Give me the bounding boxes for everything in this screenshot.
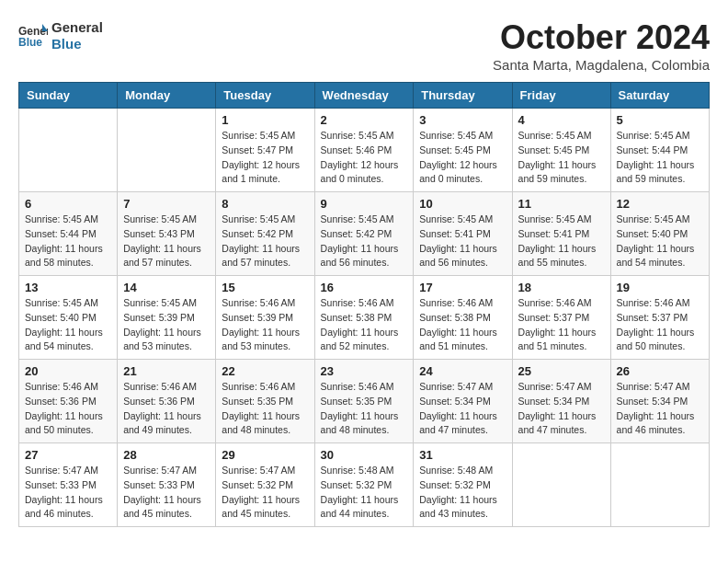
calendar-cell: 28Sunrise: 5:47 AMSunset: 5:33 PMDayligh… [118, 443, 216, 527]
day-info: Sunrise: 5:48 AMSunset: 5:32 PMDaylight:… [419, 464, 506, 522]
day-number: 28 [123, 448, 210, 462]
day-number: 13 [25, 281, 111, 294]
day-info: Sunrise: 5:46 AMSunset: 5:36 PMDaylight:… [123, 380, 210, 438]
calendar-cell: 26Sunrise: 5:47 AMSunset: 5:34 PMDayligh… [610, 360, 709, 443]
calendar-cell: 6Sunrise: 5:45 AMSunset: 5:44 PMDaylight… [19, 192, 118, 276]
day-number: 11 [518, 197, 605, 211]
location-title: Santa Marta, Magdalena, Colombia [493, 57, 710, 73]
calendar-cell: 24Sunrise: 5:47 AMSunset: 5:34 PMDayligh… [414, 360, 512, 443]
week-row-2: 6Sunrise: 5:45 AMSunset: 5:44 PMDaylight… [19, 192, 710, 276]
day-number: 26 [617, 364, 703, 378]
day-info: Sunrise: 5:46 AMSunset: 5:36 PMDaylight:… [25, 380, 111, 438]
day-info: Sunrise: 5:46 AMSunset: 5:37 PMDaylight:… [518, 296, 605, 354]
day-number: 24 [419, 364, 506, 378]
week-row-1: 1Sunrise: 5:45 AMSunset: 5:47 PMDaylight… [19, 109, 710, 192]
logo-icon: General Blue [18, 22, 48, 48]
day-info: Sunrise: 5:47 AMSunset: 5:34 PMDaylight:… [617, 380, 703, 438]
day-number: 25 [518, 364, 605, 378]
day-number: 15 [222, 281, 308, 294]
day-info: Sunrise: 5:45 AMSunset: 5:46 PMDaylight:… [321, 129, 408, 187]
day-number: 14 [123, 281, 210, 294]
day-info: Sunrise: 5:47 AMSunset: 5:33 PMDaylight:… [123, 464, 210, 522]
day-info: Sunrise: 5:45 AMSunset: 5:40 PMDaylight:… [25, 296, 111, 354]
calendar-cell [118, 109, 216, 192]
day-number: 7 [123, 197, 210, 211]
calendar-cell: 8Sunrise: 5:45 AMSunset: 5:42 PMDaylight… [216, 192, 314, 276]
day-header-tuesday: Tuesday [216, 83, 314, 109]
day-info: Sunrise: 5:45 AMSunset: 5:44 PMDaylight:… [25, 213, 111, 270]
day-number: 8 [222, 197, 308, 211]
calendar-cell: 23Sunrise: 5:46 AMSunset: 5:35 PMDayligh… [314, 360, 414, 443]
day-number: 16 [321, 281, 408, 294]
day-number: 29 [222, 448, 308, 462]
calendar-cell: 27Sunrise: 5:47 AMSunset: 5:33 PMDayligh… [19, 443, 118, 527]
day-header-monday: Monday [118, 83, 216, 109]
day-header-friday: Friday [512, 83, 610, 109]
day-info: Sunrise: 5:45 AMSunset: 5:43 PMDaylight:… [123, 213, 210, 270]
day-number: 17 [419, 281, 506, 294]
calendar-cell: 3Sunrise: 5:45 AMSunset: 5:45 PMDaylight… [414, 109, 512, 192]
calendar-cell: 30Sunrise: 5:48 AMSunset: 5:32 PMDayligh… [314, 443, 414, 527]
day-info: Sunrise: 5:47 AMSunset: 5:34 PMDaylight:… [419, 380, 506, 438]
day-info: Sunrise: 5:46 AMSunset: 5:35 PMDaylight:… [321, 380, 408, 438]
logo-general: General [51, 18, 103, 35]
day-info: Sunrise: 5:47 AMSunset: 5:32 PMDaylight:… [222, 464, 308, 522]
calendar-cell: 5Sunrise: 5:45 AMSunset: 5:44 PMDaylight… [610, 109, 709, 192]
week-row-4: 20Sunrise: 5:46 AMSunset: 5:36 PMDayligh… [19, 360, 710, 443]
day-number: 27 [25, 448, 111, 462]
calendar-cell: 16Sunrise: 5:46 AMSunset: 5:38 PMDayligh… [314, 276, 414, 360]
day-number: 21 [123, 364, 210, 378]
calendar-cell: 20Sunrise: 5:46 AMSunset: 5:36 PMDayligh… [19, 360, 118, 443]
day-info: Sunrise: 5:45 AMSunset: 5:44 PMDaylight:… [617, 129, 703, 187]
day-info: Sunrise: 5:45 AMSunset: 5:42 PMDaylight:… [222, 213, 308, 270]
day-info: Sunrise: 5:46 AMSunset: 5:38 PMDaylight:… [419, 296, 506, 354]
title-section: October 2024 Santa Marta, Magdalena, Col… [493, 18, 710, 73]
calendar-cell: 10Sunrise: 5:45 AMSunset: 5:41 PMDayligh… [414, 192, 512, 276]
calendar-cell: 29Sunrise: 5:47 AMSunset: 5:32 PMDayligh… [216, 443, 314, 527]
day-info: Sunrise: 5:45 AMSunset: 5:45 PMDaylight:… [518, 129, 605, 187]
calendar-cell: 14Sunrise: 5:45 AMSunset: 5:39 PMDayligh… [118, 276, 216, 360]
calendar-cell: 4Sunrise: 5:45 AMSunset: 5:45 PMDaylight… [512, 109, 610, 192]
day-number: 20 [25, 364, 111, 378]
day-info: Sunrise: 5:47 AMSunset: 5:33 PMDaylight:… [25, 464, 111, 522]
day-number: 3 [419, 113, 506, 127]
day-number: 4 [518, 113, 605, 127]
day-number: 12 [617, 197, 703, 211]
calendar-cell: 15Sunrise: 5:46 AMSunset: 5:39 PMDayligh… [216, 276, 314, 360]
calendar-cell: 9Sunrise: 5:45 AMSunset: 5:42 PMDaylight… [314, 192, 414, 276]
calendar-cell: 1Sunrise: 5:45 AMSunset: 5:47 PMDaylight… [216, 109, 314, 192]
calendar-cell [610, 443, 709, 527]
day-number: 23 [321, 364, 408, 378]
calendar-cell: 2Sunrise: 5:45 AMSunset: 5:46 PMDaylight… [314, 109, 414, 192]
calendar-cell [19, 109, 118, 192]
day-info: Sunrise: 5:46 AMSunset: 5:39 PMDaylight:… [222, 296, 308, 354]
day-info: Sunrise: 5:48 AMSunset: 5:32 PMDaylight:… [321, 464, 408, 522]
day-number: 9 [321, 197, 408, 211]
day-info: Sunrise: 5:46 AMSunset: 5:37 PMDaylight:… [617, 296, 703, 354]
day-number: 6 [25, 197, 111, 211]
day-number: 31 [419, 448, 506, 462]
calendar-cell: 21Sunrise: 5:46 AMSunset: 5:36 PMDayligh… [118, 360, 216, 443]
calendar-cell [512, 443, 610, 527]
day-number: 30 [321, 448, 408, 462]
day-info: Sunrise: 5:45 AMSunset: 5:42 PMDaylight:… [321, 213, 408, 270]
day-header-wednesday: Wednesday [314, 83, 414, 109]
day-header-saturday: Saturday [610, 83, 709, 109]
day-number: 19 [617, 281, 703, 294]
calendar-cell: 17Sunrise: 5:46 AMSunset: 5:38 PMDayligh… [414, 276, 512, 360]
day-info: Sunrise: 5:45 AMSunset: 5:47 PMDaylight:… [222, 129, 308, 187]
calendar-cell: 22Sunrise: 5:46 AMSunset: 5:35 PMDayligh… [216, 360, 314, 443]
day-info: Sunrise: 5:46 AMSunset: 5:38 PMDaylight:… [321, 296, 408, 354]
logo: General Blue General Blue [18, 18, 103, 52]
day-info: Sunrise: 5:46 AMSunset: 5:35 PMDaylight:… [222, 380, 308, 438]
day-info: Sunrise: 5:45 AMSunset: 5:41 PMDaylight:… [419, 213, 506, 270]
days-header-row: SundayMondayTuesdayWednesdayThursdayFrid… [19, 83, 710, 109]
svg-text:Blue: Blue [18, 36, 42, 48]
day-info: Sunrise: 5:47 AMSunset: 5:34 PMDaylight:… [518, 380, 605, 438]
day-number: 5 [617, 113, 703, 127]
calendar-cell: 18Sunrise: 5:46 AMSunset: 5:37 PMDayligh… [512, 276, 610, 360]
day-number: 1 [222, 113, 308, 127]
day-info: Sunrise: 5:45 AMSunset: 5:45 PMDaylight:… [419, 129, 506, 187]
day-number: 22 [222, 364, 308, 378]
calendar-cell: 11Sunrise: 5:45 AMSunset: 5:41 PMDayligh… [512, 192, 610, 276]
